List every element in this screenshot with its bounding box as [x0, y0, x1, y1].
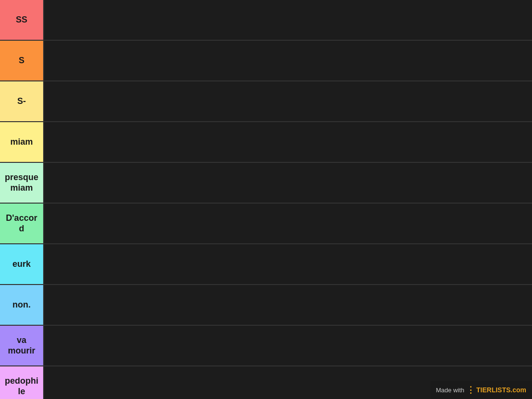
- tier-label-pedophile: pedophile: [0, 366, 43, 399]
- tier-row-s: S: [0, 41, 532, 81]
- tier-label-daccord: D'accord: [0, 204, 43, 243]
- tier-content-eurk[interactable]: [43, 244, 532, 284]
- tier-label-eurk: eurk: [0, 244, 43, 284]
- tier-row-presque-miam: presque miam: [0, 163, 532, 204]
- tier-row-non: non.: [0, 285, 532, 326]
- tier-content-va-mourir[interactable]: [43, 326, 532, 365]
- tier-row-s-minus: S-: [0, 81, 532, 122]
- tier-label-va-mourir: va mourir: [0, 326, 43, 365]
- tier-content-ss[interactable]: [43, 0, 532, 40]
- tier-content-daccord[interactable]: [43, 204, 532, 243]
- footer: Made with ⋮ TIERLISTS.com: [430, 381, 532, 399]
- tier-content-presque-miam[interactable]: [43, 163, 532, 203]
- tier-content-non[interactable]: [43, 285, 532, 325]
- tier-list: SSSS-miampresque miamD'accordeurknon.va …: [0, 0, 532, 399]
- tier-content-miam[interactable]: [43, 122, 532, 162]
- tier-content-s-minus[interactable]: [43, 81, 532, 121]
- tier-row-va-mourir: va mourir: [0, 326, 532, 366]
- tier-label-s-minus: S-: [0, 81, 43, 121]
- tier-label-presque-miam: presque miam: [0, 163, 43, 203]
- tier-row-miam: miam: [0, 122, 532, 163]
- tier-row-ss: SS: [0, 0, 532, 41]
- tier-label-miam: miam: [0, 122, 43, 162]
- footer-made-with: Made with: [436, 387, 464, 394]
- tier-label-non: non.: [0, 285, 43, 325]
- tier-row-eurk: eurk: [0, 244, 532, 285]
- tier-content-s[interactable]: [43, 41, 532, 80]
- footer-brand: TIERLISTS.com: [476, 386, 526, 394]
- tier-label-s: S: [0, 41, 43, 80]
- tier-label-ss: SS: [0, 0, 43, 40]
- tier-row-daccord: D'accord: [0, 204, 532, 244]
- footer-dots: ⋮: [466, 385, 474, 395]
